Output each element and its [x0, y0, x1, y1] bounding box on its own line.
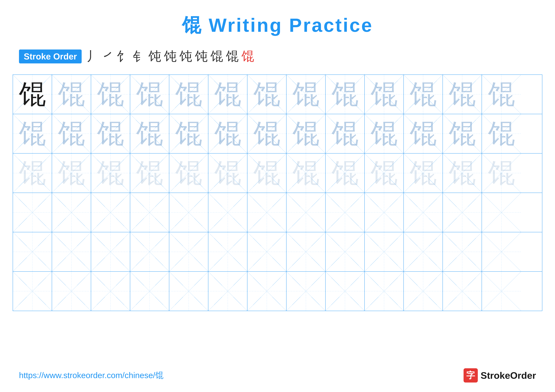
grid-cell: 馄	[130, 154, 169, 192]
grid-cell	[91, 272, 130, 311]
grid-cell: 馄	[404, 154, 443, 192]
grid-cell: 馄	[404, 114, 443, 153]
practice-char: 馄	[292, 81, 319, 108]
grid-cell	[169, 272, 208, 311]
practice-char: 馄	[58, 81, 85, 108]
grid-cell	[130, 232, 169, 271]
grid-row-3: 馄馄馄馄馄馄馄馄馄馄馄馄馄	[13, 154, 542, 193]
practice-char: 馄	[292, 160, 319, 187]
practice-char: 馄	[175, 120, 202, 147]
practice-char: 馄	[410, 81, 437, 108]
grid-cell: 馄	[326, 75, 365, 114]
grid-cell	[326, 272, 365, 311]
grid-cell	[286, 232, 326, 271]
stroke-step-10: 馄	[241, 48, 254, 65]
grid-row-2: 馄馄馄馄馄馄馄馄馄馄馄馄馄	[13, 114, 542, 154]
practice-char: 馄	[332, 120, 358, 147]
grid-cell: 馄	[169, 154, 208, 192]
grid-cell	[443, 232, 482, 271]
grid-cell	[404, 272, 443, 311]
grid-cell	[13, 232, 52, 271]
grid-cell	[169, 232, 208, 271]
grid-cell	[13, 193, 52, 232]
grid-cell: 馄	[365, 75, 404, 114]
grid-cell	[208, 193, 248, 232]
grid-cell	[326, 232, 365, 271]
grid-cell: 馄	[208, 154, 248, 192]
grid-cell	[169, 193, 208, 232]
grid-cell: 馄	[248, 75, 286, 114]
grid-cell	[208, 272, 248, 311]
practice-char: 馄	[136, 120, 163, 147]
stroke-step-4: 饨	[148, 48, 161, 65]
practice-char: 馄	[488, 120, 515, 147]
practice-char: 馄	[58, 120, 85, 147]
grid-cell: 馄	[13, 114, 52, 153]
grid-cell	[248, 272, 286, 311]
footer: https://www.strokeorder.com/chinese/馄 字 …	[19, 368, 536, 383]
grid-cell: 馄	[482, 154, 521, 192]
practice-char: 馄	[449, 81, 476, 108]
stroke-order-badge: Stroke Order	[19, 50, 82, 64]
practice-char: 馄	[488, 160, 515, 187]
practice-char: 馄	[371, 160, 398, 187]
grid-cell	[482, 193, 521, 232]
grid-cell	[208, 232, 248, 271]
grid-cell: 馄	[13, 154, 52, 192]
practice-grid: 馄馄馄馄馄馄馄馄馄馄馄馄馄 馄馄馄馄馄馄馄馄馄馄馄馄馄 馄馄馄馄馄馄馄馄馄馄馄馄…	[13, 74, 542, 311]
grid-cell: 馄	[365, 154, 404, 192]
grid-cell	[52, 272, 91, 311]
stroke-step-6: 饨	[179, 48, 192, 65]
grid-cell: 馄	[326, 154, 365, 192]
grid-cell	[443, 272, 482, 311]
grid-cell: 馄	[208, 114, 248, 153]
grid-cell: 馄	[130, 114, 169, 153]
practice-char: 馄	[332, 81, 358, 108]
grid-cell	[91, 232, 130, 271]
grid-cell: 馄	[286, 114, 326, 153]
grid-cell: 馄	[52, 75, 91, 114]
grid-cell	[130, 193, 169, 232]
practice-char: 馄	[488, 81, 515, 108]
stroke-step-9: 馄	[226, 48, 239, 65]
practice-char: 馄	[175, 160, 202, 187]
footer-url[interactable]: https://www.strokeorder.com/chinese/馄	[19, 370, 163, 381]
practice-char: 馄	[58, 160, 85, 187]
stroke-sequence: 丿㇒饣钅饨饨饨饨馄馄馄	[86, 48, 254, 65]
grid-cell: 馄	[365, 114, 404, 153]
practice-char: 馄	[136, 160, 163, 187]
practice-char: 馄	[254, 120, 280, 147]
grid-cell	[286, 272, 326, 311]
grid-cell: 馄	[52, 114, 91, 153]
stroke-step-5: 饨	[164, 48, 176, 65]
grid-row-6	[13, 272, 542, 311]
stroke-step-0: 丿	[86, 48, 99, 65]
practice-char: 馄	[449, 160, 476, 187]
practice-char: 馄	[19, 120, 46, 147]
grid-cell: 馄	[91, 114, 130, 153]
grid-row-5	[13, 232, 542, 272]
grid-cell: 馄	[248, 154, 286, 192]
grid-cell: 馄	[443, 75, 482, 114]
grid-cell: 馄	[443, 114, 482, 153]
grid-cell: 馄	[443, 154, 482, 192]
practice-char: 馄	[214, 120, 241, 147]
grid-cell: 馄	[326, 114, 365, 153]
practice-char: 馄	[410, 120, 437, 147]
practice-char: 馄	[371, 81, 398, 108]
grid-cell: 馄	[130, 75, 169, 114]
stroke-step-1: ㇒	[102, 48, 115, 65]
stroke-step-2: 饣	[117, 48, 130, 65]
grid-cell	[13, 272, 52, 311]
practice-char: 馄	[254, 81, 280, 108]
practice-char: 馄	[97, 81, 124, 108]
page-title: 馄 Writing Practice	[0, 0, 555, 38]
practice-char: 馄	[136, 81, 163, 108]
grid-cell	[91, 193, 130, 232]
grid-cell: 馄	[248, 114, 286, 153]
grid-cell: 馄	[482, 114, 521, 153]
grid-cell: 馄	[169, 75, 208, 114]
grid-cell	[52, 232, 91, 271]
grid-row-1: 馄馄馄馄馄馄馄馄馄馄馄馄馄	[13, 75, 542, 114]
footer-logo: 字 StrokeOrder	[464, 368, 536, 383]
